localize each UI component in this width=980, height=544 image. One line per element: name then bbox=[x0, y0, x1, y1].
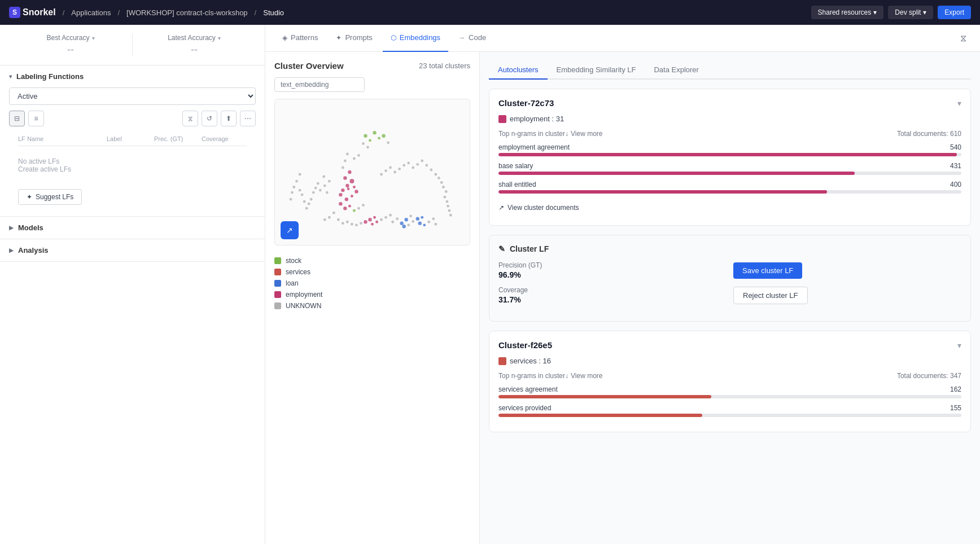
svg-point-54 bbox=[368, 218, 371, 221]
cluster-72c73-total-docs: Total documents: 610 bbox=[897, 130, 961, 138]
breadcrumb-workshop[interactable]: [WORKSHOP] contract-cls-workshop bbox=[126, 8, 248, 17]
svg-point-1 bbox=[369, 139, 371, 142]
legend-dot-employment bbox=[274, 291, 281, 298]
svg-point-61 bbox=[391, 221, 394, 223]
best-accuracy-value: -- bbox=[9, 44, 132, 56]
lf-more-button[interactable]: ⋯ bbox=[240, 111, 256, 126]
legend-label-unknown: UNKNOWN bbox=[286, 302, 321, 310]
svg-point-63 bbox=[400, 221, 403, 225]
svg-point-87 bbox=[430, 169, 432, 172]
svg-point-65 bbox=[402, 225, 405, 228]
top-navigation: S Snorkel / Applications / [WORKSHOP] co… bbox=[0, 0, 980, 25]
detail-tab-embedding-similarity[interactable]: Embedding Similarity LF bbox=[548, 61, 645, 80]
lf-section-chevron: ▾ bbox=[9, 73, 12, 80]
cluster-72c73-view-more-button[interactable]: ↓ View more bbox=[565, 130, 602, 138]
svg-point-90 bbox=[440, 181, 443, 184]
cluster-card-f26e5: Cluster-f26e5 ▾ services : 16 Top n-gram… bbox=[489, 331, 971, 432]
breadcrumb-applications[interactable]: Applications bbox=[71, 8, 111, 17]
ngram-bar-employment-agreement bbox=[498, 153, 957, 156]
lf-list-view-button[interactable]: ≡ bbox=[28, 111, 44, 126]
legend-dot-services bbox=[274, 269, 281, 275]
tab-prompts[interactable]: ✦ Prompts bbox=[328, 25, 380, 52]
cluster-f26e5-view-more-button[interactable]: ↓ View more bbox=[565, 372, 602, 380]
brand-name: Snorkel bbox=[23, 7, 56, 17]
svg-point-45 bbox=[328, 216, 331, 219]
view-cluster-docs-button[interactable]: ↗ View cluster documents bbox=[498, 199, 579, 216]
best-accuracy-col: Best Accuracy ▾ -- bbox=[9, 34, 132, 56]
legend-item-unknown: UNKNOWN bbox=[274, 302, 470, 310]
cluster-f26e5-name: Cluster-f26e5 bbox=[498, 340, 552, 350]
svg-point-70 bbox=[421, 216, 423, 219]
cluster-f26e5-chevron[interactable]: ▾ bbox=[957, 341, 961, 350]
lf-active-filter[interactable]: Active bbox=[9, 87, 256, 105]
cluster-72c73-chevron[interactable]: ▾ bbox=[957, 99, 961, 108]
latest-accuracy-value: -- bbox=[133, 44, 256, 56]
svg-point-58 bbox=[380, 218, 383, 221]
svg-point-31 bbox=[323, 185, 326, 187]
detail-tab-data-explorer[interactable]: Data Explorer bbox=[645, 61, 707, 80]
breadcrumb-sep-2: / bbox=[117, 8, 120, 17]
shared-resources-button[interactable]: Shared resources ▾ bbox=[811, 6, 884, 19]
tab-patterns[interactable]: ◈ Patterns bbox=[274, 25, 326, 52]
reject-cluster-lf-button[interactable]: Reject cluster LF bbox=[733, 287, 808, 304]
lf-filter-button[interactable]: ⧖ bbox=[182, 111, 198, 126]
svg-point-29 bbox=[362, 204, 365, 207]
svg-point-33 bbox=[326, 191, 329, 194]
cluster-f26e5-header: Cluster-f26e5 ▾ bbox=[498, 340, 961, 350]
legend-label-employment: employment bbox=[286, 291, 322, 299]
code-tab-icon: → bbox=[458, 34, 465, 42]
labeling-functions-section: ▾ Labeling Functions Active ⊟ ≡ ⧖ ↺ ⬆ ⋯ … bbox=[0, 65, 265, 217]
svg-point-15 bbox=[349, 179, 354, 183]
breadcrumb-studio[interactable]: Studio bbox=[263, 8, 284, 17]
svg-point-60 bbox=[389, 214, 392, 217]
ngram-bar-services-agreement bbox=[498, 395, 711, 398]
svg-point-7 bbox=[366, 146, 369, 148]
lf-table-header: LF Name Label Prec. (GT) Coverage bbox=[18, 132, 247, 146]
accuracy-header: Best Accuracy ▾ -- Latest Accuracy ▾ -- bbox=[0, 25, 265, 65]
ngram-bar-services-provided bbox=[498, 414, 702, 417]
expand-visualization-button[interactable]: ↗ bbox=[281, 221, 299, 239]
svg-point-102 bbox=[290, 198, 292, 201]
legend-dot-loan bbox=[274, 280, 281, 287]
svg-point-96 bbox=[448, 209, 450, 212]
detail-tab-autoclusters[interactable]: Autoclusters bbox=[489, 61, 548, 80]
suggest-lfs-button[interactable]: ✦ Suggest LFs bbox=[18, 189, 82, 205]
labeling-functions-header[interactable]: ▾ Labeling Functions bbox=[0, 65, 265, 87]
prompts-tab-icon: ✦ bbox=[336, 34, 342, 42]
lf-export-button[interactable]: ⬆ bbox=[221, 111, 237, 126]
svg-point-78 bbox=[389, 166, 392, 169]
svg-point-38 bbox=[310, 198, 313, 201]
cluster-lf-header: ✎ Cluster LF bbox=[498, 244, 961, 253]
legend-label-services: services bbox=[286, 268, 310, 276]
embedding-type-select[interactable]: text_embedding bbox=[274, 77, 365, 92]
lf-grid-view-button[interactable]: ⊟ bbox=[9, 111, 25, 126]
tab-prompts-label: Prompts bbox=[345, 33, 372, 42]
main-content: ◈ Patterns ✦ Prompts ⬡ Embeddings → Code… bbox=[265, 25, 980, 544]
legend-item-employment: employment bbox=[274, 291, 470, 299]
cluster-72c73-ngrams-header: Top n-grams in cluster ↓ View more Total… bbox=[498, 130, 961, 138]
dev-split-button[interactable]: Dev split ▾ bbox=[888, 6, 933, 19]
tab-code-label: Code bbox=[469, 33, 486, 42]
cluster-lf-box: ✎ Cluster LF Precision (GT) 96.9% Save c… bbox=[489, 235, 971, 322]
svg-point-80 bbox=[398, 168, 401, 170]
legend-item-loan: loan bbox=[274, 279, 470, 287]
content-filter-button[interactable]: ⧖ bbox=[956, 31, 971, 46]
save-cluster-lf-button[interactable]: Save cluster LF bbox=[733, 262, 802, 279]
svg-point-43 bbox=[299, 189, 301, 192]
lf-col-label: Label bbox=[107, 135, 152, 142]
tab-embeddings[interactable]: ⬡ Embeddings bbox=[383, 25, 448, 52]
cluster-lf-title: Cluster LF bbox=[510, 244, 549, 253]
analysis-section-header[interactable]: ▶ Analysis bbox=[0, 239, 265, 261]
svg-point-86 bbox=[425, 164, 428, 167]
legend-dot-unknown bbox=[274, 302, 281, 309]
no-active-lfs: No active LFs Create active LFs bbox=[9, 146, 256, 185]
svg-point-17 bbox=[341, 188, 344, 192]
export-button[interactable]: Export bbox=[938, 6, 971, 19]
lf-refresh-button[interactable]: ↺ bbox=[202, 111, 217, 126]
legend-item-stock: stock bbox=[274, 257, 470, 265]
ngram-bar-shall-entitled bbox=[498, 190, 827, 194]
svg-point-23 bbox=[351, 195, 353, 198]
tab-code[interactable]: → Code bbox=[450, 25, 494, 52]
models-section-header[interactable]: ▶ Models bbox=[0, 217, 265, 239]
cluster-panel: Cluster Overview 23 total clusters text_… bbox=[265, 52, 480, 544]
